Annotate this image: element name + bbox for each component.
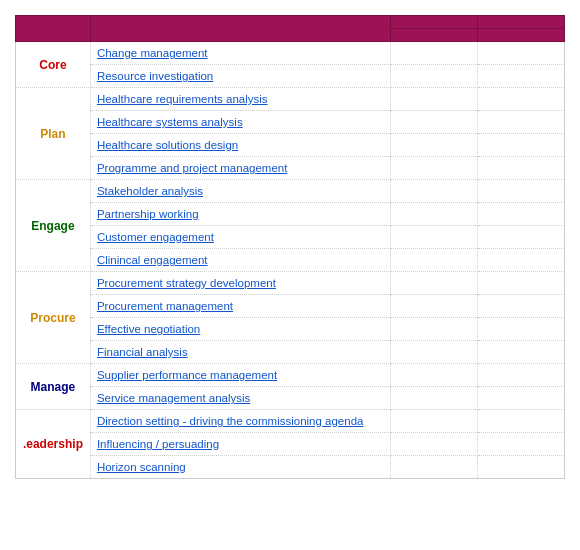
level2-cell [478,410,565,433]
competency-cell: Healthcare requirements analysis [90,88,390,111]
competency-link[interactable]: Partnership working [97,208,199,220]
level2-cell [478,157,565,180]
competency-link[interactable]: Stakeholder analysis [97,185,203,197]
level1-cell [391,456,478,479]
header-standard-application [478,29,565,42]
competency-cell: Supplier performance management [90,364,390,387]
competency-link[interactable]: Procurement strategy development [97,277,276,289]
level2-cell [478,295,565,318]
category-cell: Manage [16,364,91,410]
competency-link[interactable]: Financial analysis [97,346,188,358]
competency-link[interactable]: Healthcare requirements analysis [97,93,268,105]
table-row: Horizon scanning [16,456,565,479]
competency-link[interactable]: Customer engagement [97,231,214,243]
level1-cell [391,249,478,272]
competency-cell: Clinincal engagement [90,249,390,272]
level2-cell [478,433,565,456]
level1-cell [391,295,478,318]
level1-cell [391,65,478,88]
category-cell: .eadership [16,410,91,479]
competency-cell: Horizon scanning [90,456,390,479]
competency-link[interactable]: Programme and project management [97,162,288,174]
level1-cell [391,203,478,226]
level2-cell [478,203,565,226]
level2-cell [478,272,565,295]
competency-cell: Procurement management [90,295,390,318]
level1-cell [391,88,478,111]
level2-cell [478,42,565,65]
table-row: CoreChange management [16,42,565,65]
table-row: Financial analysis [16,341,565,364]
header-awareness [391,29,478,42]
competency-cell: Service management analysis [90,387,390,410]
level1-cell [391,42,478,65]
competency-cell: Healthcare solutions design [90,134,390,157]
level2-cell [478,180,565,203]
level1-cell [391,134,478,157]
level2-cell [478,134,565,157]
competency-link[interactable]: Procurement management [97,300,233,312]
table-row: Procurement management [16,295,565,318]
table-row: ManageSupplier performance management [16,364,565,387]
level1-cell [391,226,478,249]
competency-table: CoreChange managementResource investigat… [15,15,565,479]
competency-link[interactable]: Resource investigation [97,70,213,82]
level1-cell [391,157,478,180]
competency-cell: Partnership working [90,203,390,226]
competency-link[interactable]: Service management analysis [97,392,250,404]
level2-cell [478,249,565,272]
category-cell: Engage [16,180,91,272]
level1-cell [391,341,478,364]
category-cell: Core [16,42,91,88]
competency-link[interactable]: Change management [97,47,208,59]
header-level1 [391,16,478,29]
competency-cell: Customer engagement [90,226,390,249]
competency-link[interactable]: Effective negotiation [97,323,200,335]
table-row: EngageStakeholder analysis [16,180,565,203]
table-row: .eadershipDirection setting - driving th… [16,410,565,433]
level2-cell [478,341,565,364]
header-competency [90,16,390,42]
level1-cell [391,433,478,456]
competency-cell: Stakeholder analysis [90,180,390,203]
table-row: Healthcare solutions design [16,134,565,157]
level2-cell [478,111,565,134]
competency-cell: Financial analysis [90,341,390,364]
competency-cell: Resource investigation [90,65,390,88]
competency-cell: Direction setting - driving the commissi… [90,410,390,433]
competency-link[interactable]: Horizon scanning [97,461,186,473]
competency-link[interactable]: Healthcare systems analysis [97,116,243,128]
level1-cell [391,387,478,410]
level1-cell [391,318,478,341]
level2-cell [478,226,565,249]
table-row: Customer engagement [16,226,565,249]
competency-cell: Procurement strategy development [90,272,390,295]
competency-link[interactable]: Influencing / persuading [97,438,219,450]
competency-link[interactable]: Healthcare solutions design [97,139,238,151]
table-row: Clinincal engagement [16,249,565,272]
competency-link[interactable]: Clinincal engagement [97,254,208,266]
table-row: Service management analysis [16,387,565,410]
table-row: Influencing / persuading [16,433,565,456]
level2-cell [478,65,565,88]
level1-cell [391,272,478,295]
table-row: Resource investigation [16,65,565,88]
level2-cell [478,318,565,341]
competency-link[interactable]: Direction setting - driving the commissi… [97,415,364,427]
category-cell: Procure [16,272,91,364]
level1-cell [391,180,478,203]
competency-cell: Healthcare systems analysis [90,111,390,134]
level2-cell [478,387,565,410]
competency-link[interactable]: Supplier performance management [97,369,277,381]
table-row: Partnership working [16,203,565,226]
competency-cell: Effective negotiation [90,318,390,341]
level2-cell [478,364,565,387]
level1-cell [391,111,478,134]
level2-cell [478,88,565,111]
header-level2 [478,16,565,29]
level1-cell [391,364,478,387]
header-category [16,16,91,42]
table-wrapper: CoreChange managementResource investigat… [0,0,580,494]
table-row: ProcureProcurement strategy development [16,272,565,295]
category-cell: Plan [16,88,91,180]
